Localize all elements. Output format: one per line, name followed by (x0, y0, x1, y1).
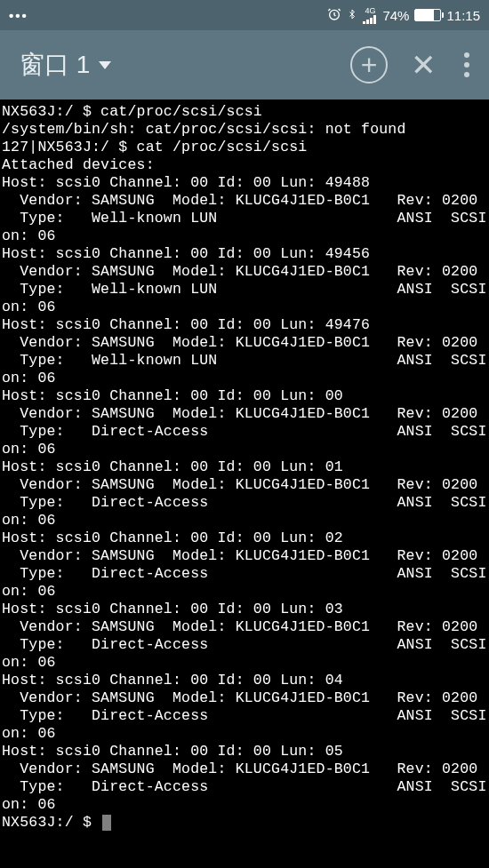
overflow-menu-button[interactable] (459, 52, 475, 77)
close-icon: ✕ (411, 48, 436, 82)
status-right: 4G 74% 11:15 (327, 6, 480, 25)
svg-rect-2 (366, 20, 369, 24)
tab-label: 窗口 1 (20, 48, 90, 82)
tab-selector[interactable]: 窗口 1 (20, 48, 111, 82)
cursor (102, 815, 111, 831)
app-bar: 窗口 1 + ✕ (0, 30, 489, 100)
plus-icon: + (361, 49, 378, 82)
close-button[interactable]: ✕ (411, 47, 436, 83)
svg-rect-1 (363, 21, 365, 24)
status-bar: ••• 4G 74% 11:15 (0, 0, 489, 30)
add-tab-button[interactable]: + (350, 46, 388, 84)
terminal-output[interactable]: NX563J:/ $ cat/proc/scsi/scsi /system/bi… (0, 100, 489, 868)
dot-icon (464, 62, 469, 68)
app-actions: + ✕ (350, 46, 475, 84)
signal-icon: 4G (363, 7, 377, 24)
battery-icon (414, 9, 441, 21)
svg-rect-4 (373, 15, 376, 24)
alarm-icon (327, 7, 341, 24)
battery-percent: 74% (382, 8, 409, 23)
dot-icon (464, 72, 469, 77)
status-left: ••• (9, 8, 28, 23)
bluetooth-icon (347, 6, 357, 25)
svg-rect-3 (370, 18, 373, 24)
chevron-down-icon (99, 61, 111, 69)
dot-icon (464, 52, 469, 58)
clock-time: 11:15 (446, 8, 480, 23)
more-dots-icon: ••• (9, 8, 28, 23)
